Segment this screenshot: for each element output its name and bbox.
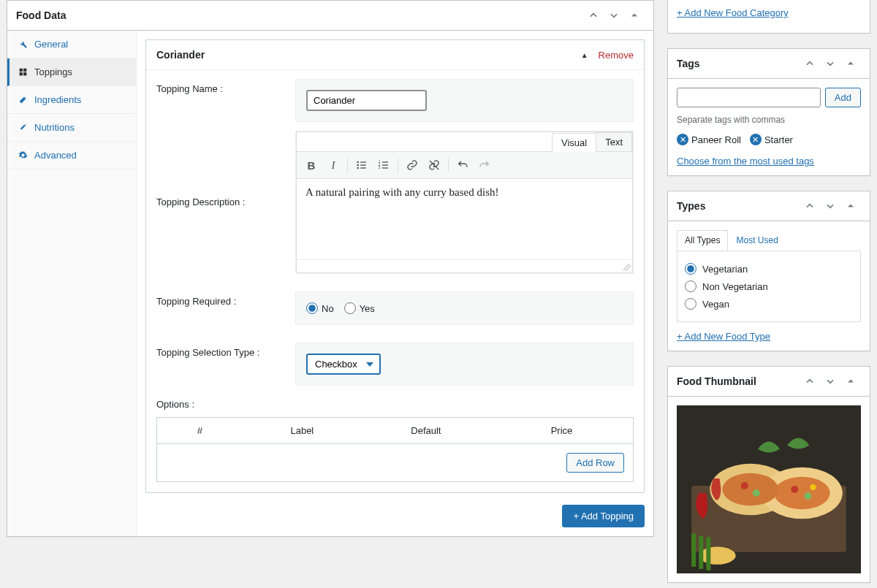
tags-title: Tags [677,58,700,69]
options-label: Options : [156,394,634,417]
thumbnail-title: Food Thumbnail [677,375,756,387]
type-non-vegetarian[interactable]: Non Vegetarian [685,278,853,295]
collapse-icon[interactable]: ▲ [581,51,588,59]
wrench-icon [18,39,28,49]
link-icon[interactable] [402,155,422,175]
eyedropper-icon [18,123,28,132]
svg-point-23 [699,547,735,565]
editor-tab-text[interactable]: Text [596,132,632,151]
tags-box: Tags Add Separate tags with commas ✕Pane… [667,48,870,176]
tags-input[interactable] [677,88,821,107]
remove-tag-icon[interactable]: ✕ [750,134,762,145]
svg-rect-26 [706,538,710,570]
toggle-button[interactable] [624,7,645,24]
topping-coriander-box: Coriander ▲ Remove Topping Name : [145,39,645,493]
svg-rect-11 [382,167,388,168]
remove-tag-icon[interactable]: ✕ [677,134,688,145]
svg-rect-25 [699,536,703,569]
svg-point-20 [722,473,778,505]
food-thumbnail-image[interactable] [677,405,861,573]
gear-icon [18,150,28,160]
tab-nutritions[interactable]: Nutritions [7,114,136,142]
order-down-button[interactable] [820,373,840,390]
tags-help: Separate tags with commas [677,115,861,125]
svg-rect-5 [360,167,366,168]
selection-type-select[interactable]: Checkbox [306,354,381,375]
order-down-button[interactable] [604,7,624,24]
order-up-button[interactable] [800,55,820,72]
required-yes-radio[interactable]: Yes [344,302,375,314]
tag-chip: ✕Starter [750,134,793,145]
toggle-button[interactable] [840,373,861,390]
selection-type-label: Topping Selection Type : [156,343,295,358]
topping-desc-label: Topping Description : [156,131,295,207]
add-food-category-link[interactable]: + Add New Food Category [677,7,789,18]
order-up-button[interactable] [800,373,820,390]
svg-text:3: 3 [379,166,381,169]
toggle-button[interactable] [840,197,861,215]
italic-icon[interactable]: I [323,155,343,175]
editor-tab-visual[interactable]: Visual [552,133,596,152]
add-tag-button[interactable]: Add [825,88,861,107]
tab-ingredients[interactable]: Ingredients [7,86,136,114]
svg-point-16 [774,477,830,509]
order-up-button[interactable] [800,197,820,215]
type-vegetarian[interactable]: Vegetarian [685,260,853,278]
redo-icon[interactable] [474,155,495,175]
types-tab-most[interactable]: Most Used [728,230,786,251]
svg-point-21 [741,482,748,489]
topping-name-input[interactable] [306,90,427,111]
add-food-type-link[interactable]: + Add New Food Type [677,331,770,342]
description-editor: Visual Text B I 123 [296,131,633,273]
svg-rect-3 [360,164,366,165]
svg-point-22 [753,489,760,497]
type-vegan[interactable]: Vegan [685,295,853,313]
order-up-button[interactable] [583,7,604,24]
types-title: Types [677,200,705,212]
svg-rect-9 [382,164,388,165]
tab-advanced[interactable]: Advanced [7,142,136,169]
food-data-title: Food Data [16,9,66,21]
description-textarea[interactable]: A natural pairing with any curry based d… [297,179,632,259]
food-data-header: Food Data [7,1,653,31]
toggle-button[interactable] [840,55,861,72]
order-down-button[interactable] [820,197,840,215]
topping-required-label: Topping Required : [156,291,295,307]
svg-point-17 [791,486,798,493]
topping-title: Coriander [156,49,205,61]
remove-topping-link[interactable]: Remove [599,50,634,61]
unlink-icon[interactable] [424,155,444,175]
svg-point-0 [357,161,359,164]
grid-icon [18,67,28,77]
types-tab-all[interactable]: All Types [677,230,728,251]
svg-rect-7 [382,161,388,162]
tab-general[interactable]: General [7,31,136,58]
carrot-icon [18,95,28,104]
add-row-button[interactable]: Add Row [566,453,624,473]
bold-icon[interactable]: B [301,155,322,175]
svg-point-18 [804,492,811,500]
bullet-list-icon[interactable] [352,155,372,175]
add-topping-button[interactable]: + Add Topping [562,505,645,527]
required-no-radio[interactable]: No [306,302,334,314]
topping-name-label: Topping Name : [156,79,295,94]
svg-rect-24 [691,533,696,566]
svg-point-19 [810,484,816,490]
thumbnail-box: Food Thumbnail [667,366,870,583]
options-table: # Label Default Price Add Row [156,417,634,482]
types-box: Types All Types Most Used Vegetarian Non… [667,191,870,351]
vertical-tabs: General Toppings Ingredients Nutritions … [7,31,137,536]
tab-toppings[interactable]: Toppings [7,58,136,86]
order-down-button[interactable] [820,55,840,72]
undo-icon[interactable] [452,155,473,175]
food-data-box: Food Data General Toppings Ingredients N… [7,0,654,537]
editor-resize-handle[interactable] [297,259,632,272]
svg-rect-1 [360,161,366,162]
svg-point-2 [357,164,359,167]
svg-point-4 [357,167,359,169]
number-list-icon[interactable]: 123 [373,155,394,175]
choose-tags-link[interactable]: Choose from the most used tags [677,156,814,167]
tag-chip: ✕Paneer Roll [677,134,741,145]
